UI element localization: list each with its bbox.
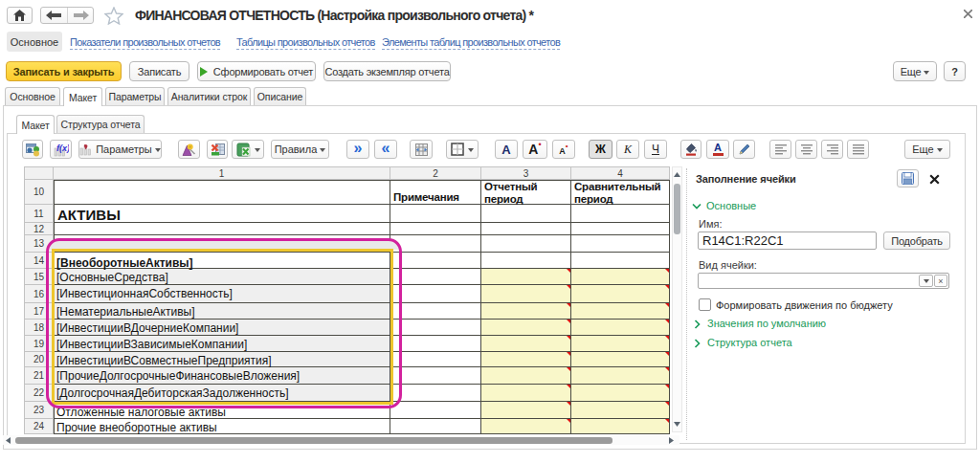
svg-text:f(x): f(x) [56,143,69,153]
